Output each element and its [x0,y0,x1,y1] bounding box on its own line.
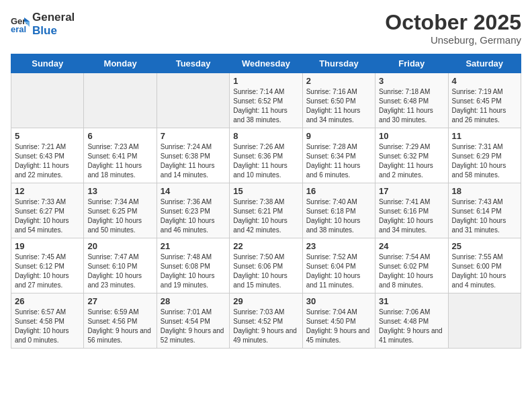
day-info: Sunrise: 7:54 AM Sunset: 6:02 PM Dayligh… [379,253,444,290]
calendar-cell: 26Sunrise: 6:57 AM Sunset: 4:58 PM Dayli… [11,293,84,349]
day-info: Sunrise: 7:03 AM Sunset: 4:52 PM Dayligh… [233,308,298,345]
day-info: Sunrise: 7:26 AM Sunset: 6:36 PM Dayligh… [233,142,298,180]
day-info: Sunrise: 7:48 AM Sunset: 6:08 PM Dayligh… [161,253,226,290]
day-number: 22 [233,241,298,251]
day-info: Sunrise: 7:14 AM Sunset: 6:52 PM Dayligh… [233,87,298,125]
day-info: Sunrise: 7:21 AM Sunset: 6:43 PM Dayligh… [15,142,80,180]
day-info: Sunrise: 7:50 AM Sunset: 6:06 PM Dayligh… [233,253,298,290]
column-header-saturday: Saturday [448,54,521,73]
calendar-cell: 16Sunrise: 7:40 AM Sunset: 6:18 PM Dayli… [302,183,375,238]
day-number: 9 [306,131,371,141]
day-number: 2 [306,76,371,86]
logo-icon: Gen eral [11,15,30,34]
month-title: October 2025 [385,11,521,34]
day-info: Sunrise: 7:18 AM Sunset: 6:48 PM Dayligh… [379,87,444,125]
calendar-cell: 20Sunrise: 7:47 AM Sunset: 6:10 PM Dayli… [84,238,157,293]
calendar-cell: 5Sunrise: 7:21 AM Sunset: 6:43 PM Daylig… [11,128,84,183]
svg-text:eral: eral [11,24,26,34]
day-info: Sunrise: 7:04 AM Sunset: 4:50 PM Dayligh… [306,308,371,345]
day-number: 30 [306,296,371,306]
day-info: Sunrise: 7:38 AM Sunset: 6:21 PM Dayligh… [233,197,298,235]
day-number: 23 [306,241,371,251]
calendar-cell: 14Sunrise: 7:36 AM Sunset: 6:23 PM Dayli… [157,183,229,238]
calendar-cell: 13Sunrise: 7:34 AM Sunset: 6:25 PM Dayli… [84,183,157,238]
calendar-cell: 24Sunrise: 7:54 AM Sunset: 6:02 PM Dayli… [375,238,448,293]
day-info: Sunrise: 7:31 AM Sunset: 6:29 PM Dayligh… [452,142,517,180]
calendar-cell: 1Sunrise: 7:14 AM Sunset: 6:52 PM Daylig… [230,73,302,128]
day-number: 18 [452,186,517,196]
column-header-friday: Friday [375,54,448,73]
day-info: Sunrise: 7:28 AM Sunset: 6:34 PM Dayligh… [306,142,371,180]
day-info: Sunrise: 7:33 AM Sunset: 6:27 PM Dayligh… [15,197,80,235]
day-info: Sunrise: 7:19 AM Sunset: 6:45 PM Dayligh… [452,87,517,125]
calendar-cell: 27Sunrise: 6:59 AM Sunset: 4:56 PM Dayli… [84,293,157,349]
day-number: 17 [379,186,444,196]
day-info: Sunrise: 7:29 AM Sunset: 6:32 PM Dayligh… [379,142,444,180]
day-number: 20 [87,241,152,251]
column-header-monday: Monday [84,54,157,73]
logo: Gen eral General Blue [11,11,75,38]
column-header-sunday: Sunday [11,54,84,73]
day-number: 14 [161,186,226,196]
calendar-cell: 10Sunrise: 7:29 AM Sunset: 6:32 PM Dayli… [375,128,448,183]
column-header-tuesday: Tuesday [157,54,229,73]
title-block: October 2025 Unseburg, Germany [385,11,521,46]
location-subtitle: Unseburg, Germany [385,34,521,46]
day-number: 13 [87,186,152,196]
calendar-cell: 8Sunrise: 7:26 AM Sunset: 6:36 PM Daylig… [230,128,302,183]
calendar-week-row: 19Sunrise: 7:45 AM Sunset: 6:12 PM Dayli… [11,238,521,293]
day-number: 31 [379,296,444,306]
calendar-week-row: 1Sunrise: 7:14 AM Sunset: 6:52 PM Daylig… [11,73,521,128]
day-info: Sunrise: 6:59 AM Sunset: 4:56 PM Dayligh… [87,308,152,345]
day-number: 28 [161,296,226,306]
day-number: 3 [379,76,444,86]
day-info: Sunrise: 7:34 AM Sunset: 6:25 PM Dayligh… [87,197,152,235]
calendar-cell: 11Sunrise: 7:31 AM Sunset: 6:29 PM Dayli… [448,128,521,183]
calendar-week-row: 5Sunrise: 7:21 AM Sunset: 6:43 PM Daylig… [11,128,521,183]
calendar-week-row: 26Sunrise: 6:57 AM Sunset: 4:58 PM Dayli… [11,293,521,349]
day-number: 11 [452,131,517,141]
calendar-cell: 9Sunrise: 7:28 AM Sunset: 6:34 PM Daylig… [302,128,375,183]
day-number: 12 [15,186,80,196]
day-info: Sunrise: 6:57 AM Sunset: 4:58 PM Dayligh… [15,308,80,345]
column-header-wednesday: Wednesday [230,54,302,73]
calendar-cell: 23Sunrise: 7:52 AM Sunset: 6:04 PM Dayli… [302,238,375,293]
calendar-cell [84,73,157,128]
day-number: 5 [15,131,80,141]
calendar-cell: 6Sunrise: 7:23 AM Sunset: 6:41 PM Daylig… [84,128,157,183]
day-info: Sunrise: 7:23 AM Sunset: 6:41 PM Dayligh… [87,142,152,180]
column-header-thursday: Thursday [302,54,375,73]
day-info: Sunrise: 7:43 AM Sunset: 6:14 PM Dayligh… [452,197,517,235]
calendar-cell: 4Sunrise: 7:19 AM Sunset: 6:45 PM Daylig… [448,73,521,128]
day-number: 24 [379,241,444,251]
calendar-cell: 3Sunrise: 7:18 AM Sunset: 6:48 PM Daylig… [375,73,448,128]
calendar-cell [448,293,521,349]
calendar-week-row: 12Sunrise: 7:33 AM Sunset: 6:27 PM Dayli… [11,183,521,238]
day-info: Sunrise: 7:16 AM Sunset: 6:50 PM Dayligh… [306,87,371,125]
day-number: 29 [233,296,298,306]
logo-line1: General [32,11,75,24]
day-number: 15 [233,186,298,196]
calendar-cell: 15Sunrise: 7:38 AM Sunset: 6:21 PM Dayli… [230,183,302,238]
day-info: Sunrise: 7:06 AM Sunset: 4:48 PM Dayligh… [379,308,444,345]
day-number: 26 [15,296,80,306]
day-info: Sunrise: 7:24 AM Sunset: 6:38 PM Dayligh… [161,142,226,180]
calendar-table: SundayMondayTuesdayWednesdayThursdayFrid… [11,54,521,349]
day-number: 10 [379,131,444,141]
day-number: 27 [87,296,152,306]
day-number: 4 [452,76,517,86]
calendar-cell: 21Sunrise: 7:48 AM Sunset: 6:08 PM Dayli… [157,238,229,293]
calendar-cell: 30Sunrise: 7:04 AM Sunset: 4:50 PM Dayli… [302,293,375,349]
calendar-cell: 22Sunrise: 7:50 AM Sunset: 6:06 PM Dayli… [230,238,302,293]
calendar-cell [11,73,84,128]
calendar-cell: 19Sunrise: 7:45 AM Sunset: 6:12 PM Dayli… [11,238,84,293]
day-number: 8 [233,131,298,141]
calendar-cell: 7Sunrise: 7:24 AM Sunset: 6:38 PM Daylig… [157,128,229,183]
day-info: Sunrise: 7:01 AM Sunset: 4:54 PM Dayligh… [161,308,226,345]
day-number: 21 [161,241,226,251]
day-info: Sunrise: 7:47 AM Sunset: 6:10 PM Dayligh… [87,253,152,290]
day-info: Sunrise: 7:52 AM Sunset: 6:04 PM Dayligh… [306,253,371,290]
calendar-cell: 18Sunrise: 7:43 AM Sunset: 6:14 PM Dayli… [448,183,521,238]
calendar-cell: 17Sunrise: 7:41 AM Sunset: 6:16 PM Dayli… [375,183,448,238]
calendar-cell: 25Sunrise: 7:55 AM Sunset: 6:00 PM Dayli… [448,238,521,293]
